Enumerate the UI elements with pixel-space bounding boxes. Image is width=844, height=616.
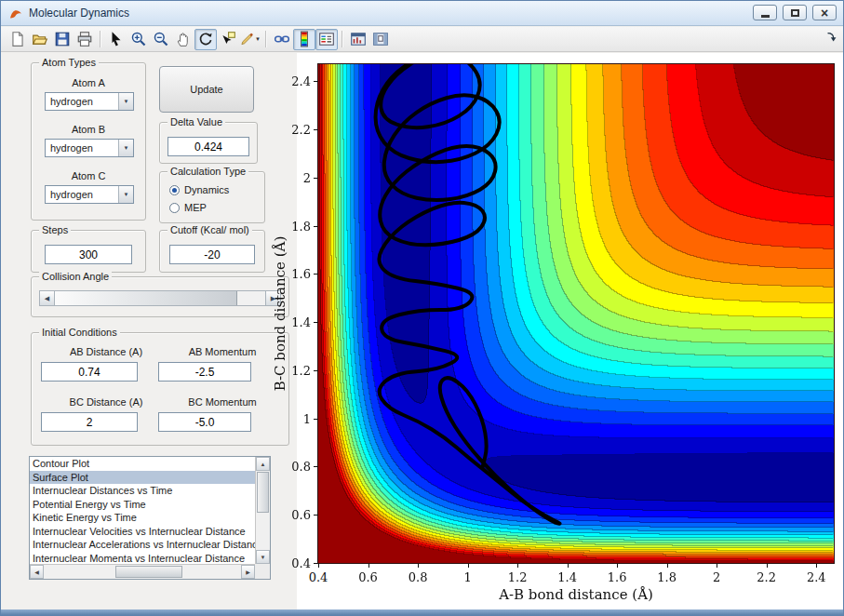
pointer-icon xyxy=(108,31,125,47)
radio-dynamics[interactable]: Dynamics xyxy=(169,184,229,195)
zoom-out-button[interactable] xyxy=(150,29,172,50)
x-tick-mark xyxy=(568,564,569,568)
scroll-right-icon[interactable]: ▶ xyxy=(241,565,255,579)
initial-conditions-title: Initial Conditions xyxy=(39,327,120,338)
plot-list-item[interactable]: Kinetic Energy vs Time xyxy=(30,511,255,525)
hide-plot-tools-button[interactable] xyxy=(347,29,369,50)
rotate-3d-button[interactable] xyxy=(194,29,217,50)
show-plot-tools-button[interactable] xyxy=(369,29,392,50)
save-figure-button[interactable] xyxy=(51,29,74,50)
y-tick-mark xyxy=(314,81,318,82)
listbox-vertical-scrollbar[interactable]: ▲ ▼ xyxy=(255,457,270,564)
y-tick-mark xyxy=(314,515,318,516)
atom-b-value: hydrogen xyxy=(50,142,93,154)
plot-list-item[interactable]: Internuclear Velocities vs Internuclear … xyxy=(30,525,255,539)
open-icon xyxy=(32,31,48,47)
colorbar-icon xyxy=(296,31,313,47)
scroll-up-icon[interactable]: ▲ xyxy=(256,457,270,471)
zoom-out-icon xyxy=(153,31,169,47)
horizontal-scroll-thumb[interactable] xyxy=(115,566,182,578)
slider-left-arrow[interactable]: ◀ xyxy=(40,291,55,305)
link-plots-button[interactable] xyxy=(271,29,293,50)
atom-a-value: hydrogen xyxy=(50,96,93,107)
contour-plot-canvas[interactable] xyxy=(318,64,834,563)
caret-down-icon[interactable]: ▼ xyxy=(255,36,261,42)
x-tick-mark xyxy=(617,564,618,568)
radio-mep[interactable]: MEP xyxy=(169,202,207,213)
x-tick-mark xyxy=(517,564,518,568)
minimize-button[interactable] xyxy=(753,5,777,20)
atom-a-select[interactable]: hydrogen ▼ xyxy=(45,92,134,111)
maximize-button[interactable] xyxy=(783,5,807,20)
insert-legend-button[interactable] xyxy=(315,29,338,50)
edit-plot-button[interactable] xyxy=(105,29,127,50)
plot-list-item[interactable]: Contour Plot xyxy=(30,457,255,471)
dock-figure-icon[interactable] xyxy=(824,31,837,47)
x-tick-label: 1.4 xyxy=(554,570,582,584)
scroll-left-icon[interactable]: ◀ xyxy=(30,565,44,579)
atom-b-select[interactable]: hydrogen ▼ xyxy=(45,139,134,157)
listbox-horizontal-scrollbar[interactable]: ◀ ▶ xyxy=(30,564,255,579)
y-tick-label: 1.8 xyxy=(279,220,311,234)
close-button[interactable]: × xyxy=(812,5,837,20)
x-tick-mark xyxy=(318,564,319,568)
print-figure-button[interactable] xyxy=(74,29,96,50)
datacursor-icon xyxy=(220,31,236,47)
plot-type-listbox[interactable]: Contour PlotSurface PlotInternuclear Dis… xyxy=(29,456,271,580)
atom-c-label: Atom C xyxy=(32,170,145,181)
plot-list-item[interactable]: Internuclear Accelerations vs Internucle… xyxy=(30,538,255,552)
y-tick-mark xyxy=(314,178,318,179)
scroll-down-icon[interactable]: ▼ xyxy=(256,550,270,564)
update-button[interactable]: Update xyxy=(159,66,254,113)
new-icon xyxy=(9,31,26,47)
steps-field[interactable] xyxy=(45,245,132,264)
y-tick-label: 0.4 xyxy=(279,556,311,570)
data-cursor-button[interactable] xyxy=(217,29,239,50)
atom-b-dropdown-button[interactable]: ▼ xyxy=(118,140,133,156)
window-bottom-frame xyxy=(1,609,843,615)
x-axis-label: A-B bond distance (Å) xyxy=(318,586,834,603)
ab-momentum-field[interactable] xyxy=(158,362,251,382)
ab-distance-field[interactable] xyxy=(41,362,138,382)
y-tick-label: 0.6 xyxy=(279,508,311,522)
new-figure-button[interactable] xyxy=(7,29,29,50)
vertical-scroll-thumb[interactable] xyxy=(257,472,269,513)
atom-a-dropdown-button[interactable]: ▼ xyxy=(118,93,133,110)
y-tick-label: 1 xyxy=(279,412,311,426)
open-file-button[interactable] xyxy=(29,29,51,50)
zoom-in-button[interactable] xyxy=(127,29,150,50)
y-tick-mark xyxy=(314,226,318,227)
plot-list-item[interactable]: Internuclear Distances vs Time xyxy=(30,484,255,498)
y-tick-mark xyxy=(314,274,318,275)
cutoff-field[interactable] xyxy=(169,245,255,264)
x-tick-mark xyxy=(767,564,768,568)
app-window: Molecular Dynamics × ▼ Atom Types Atom A… xyxy=(0,0,844,616)
plot-list-item[interactable]: Internuclear Momenta vs Internuclear Dis… xyxy=(30,552,255,565)
delta-value-field[interactable] xyxy=(167,137,249,156)
bc-distance-field[interactable] xyxy=(41,412,138,432)
brush-data-button[interactable]: ▼ xyxy=(239,29,261,50)
x-tick-mark xyxy=(816,564,817,568)
x-tick-mark xyxy=(418,564,419,568)
toolbar-separator xyxy=(100,31,101,47)
bc-momentum-field[interactable] xyxy=(158,412,251,432)
steps-group: Steps xyxy=(31,230,146,273)
window-titlebar[interactable]: Molecular Dynamics × xyxy=(1,1,843,26)
collision-angle-slider[interactable]: ◀ ▶ xyxy=(39,290,281,306)
atom-c-dropdown-button[interactable]: ▼ xyxy=(118,186,133,203)
atom-c-select[interactable]: hydrogen ▼ xyxy=(45,185,134,204)
insert-colorbar-button[interactable] xyxy=(293,29,315,50)
cutoff-group: Cutoff (Kcal/ mol) xyxy=(159,230,265,273)
delta-value-group: Delta Value xyxy=(159,122,258,164)
toolbar-separator xyxy=(342,31,343,47)
x-tick-label: 0.8 xyxy=(404,570,432,584)
plot-list-item[interactable]: Surface Plot xyxy=(30,471,255,485)
toolbar-separator xyxy=(265,31,267,47)
slider-thumb[interactable] xyxy=(55,291,237,305)
collision-angle-title: Collision Angle xyxy=(39,271,112,282)
plot-list-item[interactable]: Potential Energy vs Time xyxy=(30,498,255,512)
x-tick-label: 2.4 xyxy=(802,570,830,584)
ab-momentum-label: AB Momentum xyxy=(171,346,274,357)
pan-icon xyxy=(175,31,192,47)
pan-button[interactable] xyxy=(172,29,194,50)
